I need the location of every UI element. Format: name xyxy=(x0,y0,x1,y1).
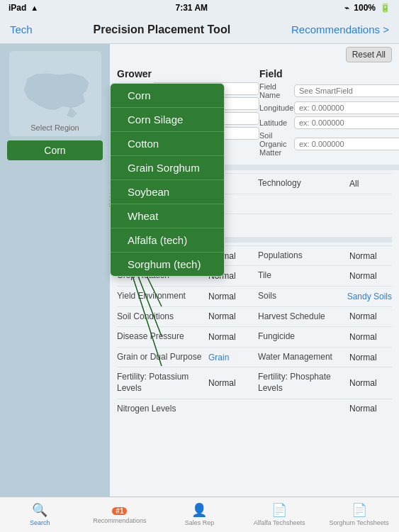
page-title: Precision Placement Tool xyxy=(94,23,231,36)
yield-environment-col: Yield Environment Normal xyxy=(117,291,251,302)
nitrogen-row: Nitrogen Levels Normal xyxy=(117,399,392,419)
recommendations-button[interactable]: Recommendations > xyxy=(291,23,389,35)
soils-value: Sandy Soils xyxy=(347,292,392,301)
grain-dual-purpose-label: Grain or Dual Purpose xyxy=(117,352,206,363)
fertility-potassium-label: Fertility: Potassium Levels xyxy=(117,372,206,394)
fertility-phosphate-col: Fertility: Phosphate Levels Normal xyxy=(251,372,392,394)
reset-all-button[interactable]: Reset All xyxy=(346,47,392,62)
status-left: iPad ▲ xyxy=(9,3,38,13)
fertility-phosphate-label: Fertility: Phosphate Levels xyxy=(258,372,347,394)
battery-icon: 🔋 xyxy=(380,3,390,13)
time-label: 7:31 AM xyxy=(175,3,208,13)
fertility-potassium-row: Fertility: Potassium Levels Normal Ferti… xyxy=(117,367,392,398)
dropdown-menu: Corn Corn Silage Cotton Grain Sorghum So… xyxy=(110,83,225,277)
field-som-row: Soil Organic Matter xyxy=(259,131,399,157)
grower-title: Grower xyxy=(117,68,259,79)
grain-dual-purpose-row: Grain or Dual Purpose Grain Water Manage… xyxy=(117,347,392,367)
sales-rep-icon: 👤 xyxy=(191,502,207,518)
disease-pressure-row: Disease Pressure Normal Fungicide Normal xyxy=(117,326,392,347)
harvest-schedule-value: Normal xyxy=(349,311,392,321)
tab-alfalfa-techsheets-label: Alfalfa Techsheets xyxy=(254,519,305,527)
recommendations-badge: #1 xyxy=(112,507,127,515)
field-som-label: Soil Organic Matter xyxy=(259,131,291,157)
yield-environment-value: Normal xyxy=(208,292,251,301)
fungicide-value: Normal xyxy=(349,332,392,342)
status-bar: iPad ▲ 7:31 AM ⌁ 100% 🔋 xyxy=(0,0,399,16)
technology-label: Technology xyxy=(258,178,347,189)
water-management-col: Water Management Normal xyxy=(251,352,392,363)
field-latitude-input[interactable] xyxy=(294,116,399,129)
dropdown-item-alfalfa[interactable]: Alfalfa (tech) xyxy=(111,228,224,253)
dropdown-item-sorghum-tech[interactable]: Sorghum (tech) xyxy=(111,253,224,276)
disease-pressure-label: Disease Pressure xyxy=(117,331,206,343)
dropdown-item-cotton[interactable]: Cotton xyxy=(111,132,224,156)
field-latitude-label: Latitude xyxy=(259,118,291,127)
crop-dropdown[interactable]: Corn Corn Silage Cotton Grain Sorghum So… xyxy=(110,83,225,277)
soil-conditions-col: Soil Conditions Normal xyxy=(117,311,251,323)
tile-col: Tile Normal xyxy=(251,270,392,282)
technology-value: All xyxy=(349,179,392,189)
tab-sales-rep[interactable]: 👤 Sales Rep xyxy=(159,497,240,532)
fertility-potassium-value: Normal xyxy=(208,378,251,388)
tab-recommendations[interactable]: #1 Recommendations xyxy=(80,497,160,532)
soils-col: Soils Sandy Soils xyxy=(251,291,392,302)
tab-alfalfa-techsheets[interactable]: 📄 Alfalfa Techsheets xyxy=(240,497,320,532)
tile-label: Tile xyxy=(258,270,347,282)
dropdown-item-wheat[interactable]: Wheat xyxy=(111,204,224,228)
battery-label: 100% xyxy=(354,3,376,13)
disease-pressure-col: Disease Pressure Normal xyxy=(117,331,251,343)
carrier-label: iPad xyxy=(9,3,26,13)
tab-bar: 🔍 Search #1 Recommendations 👤 Sales Rep … xyxy=(0,497,399,532)
alfalfa-techsheets-icon: 📄 xyxy=(271,502,287,518)
map-area[interactable]: Select Region xyxy=(9,51,101,136)
tab-sales-rep-label: Sales Rep xyxy=(185,519,215,527)
field-longitude-row: Longitude xyxy=(259,101,399,114)
field-title: Field xyxy=(259,68,399,79)
populations-col: Populations Normal xyxy=(251,250,392,262)
grain-dual-purpose-value: Grain xyxy=(208,353,251,362)
search-icon: 🔍 xyxy=(32,502,47,518)
bluetooth-icon: ⌁ xyxy=(344,4,349,13)
grain-dual-purpose-col: Grain or Dual Purpose Grain xyxy=(117,352,251,363)
soil-conditions-row: Soil Conditions Normal Harvest Schedule … xyxy=(117,306,392,327)
soils-label: Soils xyxy=(258,291,344,302)
tab-sorghum-techsheets[interactable]: 📄 Sorghum Techsheets xyxy=(319,497,399,532)
fertility-potassium-col: Fertility: Potassium Levels Normal xyxy=(117,372,251,394)
field-latitude-row: Latitude xyxy=(259,116,399,129)
select-region-label: Select Region xyxy=(9,123,101,132)
nav-bar: Tech Precision Placement Tool Recommenda… xyxy=(0,16,399,44)
tab-search[interactable]: 🔍 Search xyxy=(0,497,80,532)
dropdown-item-corn-silage[interactable]: Corn Silage xyxy=(111,108,224,132)
sorghum-techsheets-icon: 📄 xyxy=(352,502,367,518)
water-management-value: Normal xyxy=(349,353,392,362)
tech-button[interactable]: Tech xyxy=(10,23,33,35)
tab-sorghum-techsheets-label: Sorghum Techsheets xyxy=(329,519,388,527)
field-name-input[interactable] xyxy=(294,84,399,97)
status-right: ⌁ 100% 🔋 xyxy=(344,3,390,13)
yield-environment-row: Yield Environment Normal Soils Sandy Soi… xyxy=(117,286,392,306)
harvest-schedule-label: Harvest Schedule xyxy=(258,311,347,323)
field-som-input[interactable] xyxy=(294,138,399,150)
crop-selector-button[interactable]: Corn xyxy=(7,140,103,160)
field-name-label: Field Name xyxy=(259,82,291,99)
tab-search-label: Search xyxy=(30,519,50,527)
nitrogen-value: Normal xyxy=(349,404,392,414)
main-content: Select Region Corn Reset All Grower Name xyxy=(0,44,399,497)
field-name-row: Field Name xyxy=(259,82,399,99)
disease-pressure-value: Normal xyxy=(208,332,251,342)
empty-col xyxy=(251,199,392,210)
left-panel: Select Region Corn xyxy=(0,44,110,497)
dropdown-item-soybean[interactable]: Soybean xyxy=(111,180,224,204)
soil-conditions-value: Normal xyxy=(208,311,251,321)
dropdown-item-corn[interactable]: Corn xyxy=(111,84,224,108)
technology-col: Technology All xyxy=(251,178,392,189)
fungicide-label: Fungicide xyxy=(258,331,347,343)
tab-recommendations-label: Recommendations xyxy=(93,517,146,525)
yield-environment-label: Yield Environment xyxy=(117,291,206,302)
soil-conditions-label: Soil Conditions xyxy=(117,311,206,323)
dropdown-item-grain-sorghum[interactable]: Grain Sorghum xyxy=(111,156,224,180)
recommendations-icon: #1 xyxy=(112,504,127,516)
field-section: Field Field Name Longitude Latitude Soil… xyxy=(259,68,399,159)
fertility-phosphate-value: Normal xyxy=(349,378,392,388)
field-longitude-input[interactable] xyxy=(294,101,399,114)
